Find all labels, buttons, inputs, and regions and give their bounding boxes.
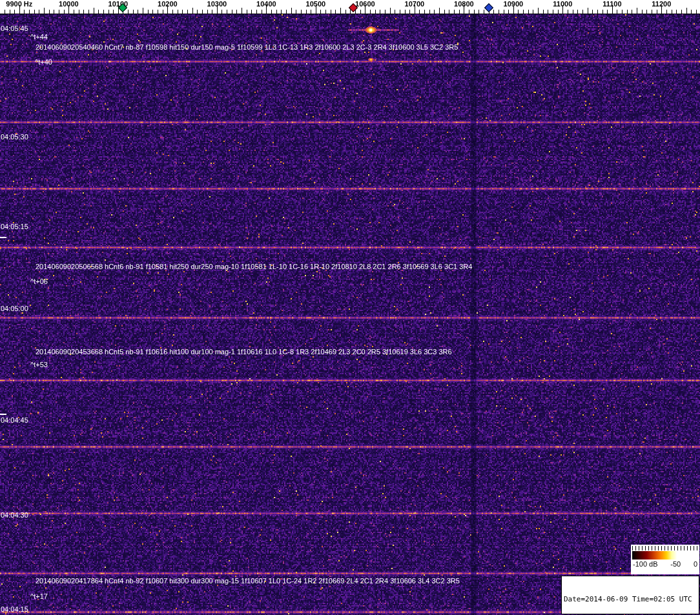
event-time-tag: ^t+44	[30, 33, 48, 41]
colorbar-label-min: -100 dB	[633, 560, 658, 568]
colorbar-label-max: 0	[694, 560, 697, 568]
time-label: 04:05:45	[1, 25, 28, 32]
status-infobox: Date=2014-06-09 Time=02:05 UTC Freq=143 …	[561, 576, 699, 614]
time-label: 04:05:30	[1, 133, 28, 141]
colorbar-gradient	[632, 551, 698, 560]
time-label: 04:04:15	[1, 605, 28, 613]
event-detail-text: 20140609020417864 hCnt4 nb-92 f10607 hit…	[36, 577, 460, 585]
colorbar-labels: -100 dB -50 0	[632, 560, 698, 568]
event-detail-text: 20140609020540460 hCnt7 nb-87 f10598 hit…	[36, 43, 458, 51]
event-detail-text: 20140609020506568 hCnt6 nb-91 f10581 hit…	[36, 263, 472, 270]
time-label: 04:04:30	[1, 511, 28, 519]
time-label: 04:04:45	[1, 416, 28, 424]
overlay-layer: 04:05:4504:05:3004:05:1504:05:0004:04:45…	[0, 0, 700, 615]
colorbar: -100 dB -50 0	[631, 545, 699, 574]
info-date-time: Date=2014-06-09 Time=02:05 UTC	[564, 595, 697, 604]
event-time-tag: ^t+53	[30, 361, 48, 368]
minute-tick	[0, 237, 6, 238]
event-time-tag: ^t+40	[35, 58, 52, 66]
colorbar-ticks	[632, 546, 698, 550]
time-label: 04:05:15	[1, 223, 28, 230]
event-detail-text: 20140609020453668 hCnt5 nb-91 f10616 hit…	[36, 348, 452, 356]
minute-tick	[0, 414, 6, 415]
time-label: 04:05:00	[1, 305, 28, 312]
event-time-tag: ^t+06	[30, 277, 48, 285]
colorbar-label-mid: -50	[670, 560, 681, 568]
event-time-tag: ^t+17	[30, 592, 48, 600]
